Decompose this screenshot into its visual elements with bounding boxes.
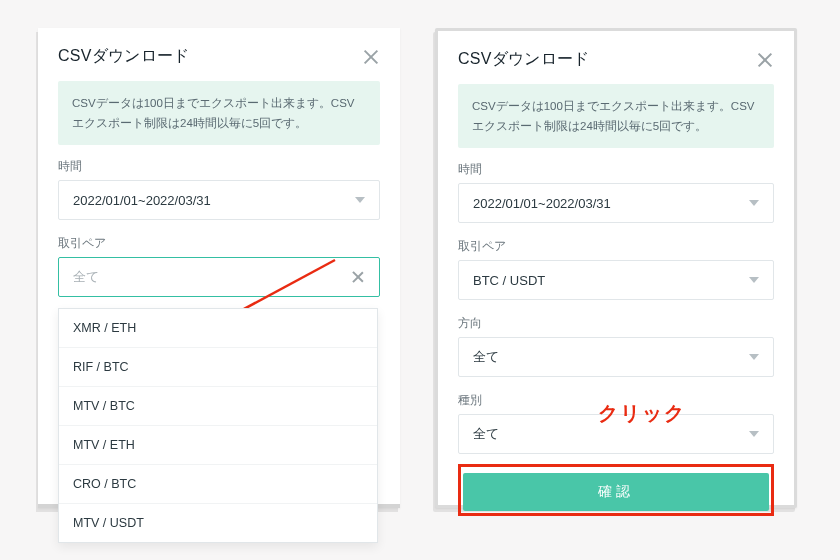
chevron-down-icon (355, 197, 365, 203)
type-label: 種別 (458, 393, 774, 408)
chevron-down-icon (749, 277, 759, 283)
time-value: 2022/01/01~2022/03/31 (73, 193, 211, 208)
pair-option[interactable]: MTV / USDT (59, 504, 377, 542)
modal-title: CSVダウンロード (58, 46, 190, 67)
pair-dropdown: XMR / ETH RIF / BTC MTV / BTC MTV / ETH … (58, 308, 378, 543)
pair-option[interactable]: MTV / ETH (59, 426, 377, 465)
pair-select[interactable]: BTC / USDT (458, 260, 774, 300)
pair-select[interactable]: 全て (58, 257, 380, 297)
pair-label: 取引ペア (58, 236, 380, 251)
close-icon[interactable] (756, 51, 774, 69)
time-value: 2022/01/01~2022/03/31 (473, 196, 611, 211)
info-banner: CSVデータは100日までエクスポート出来ます。CSVエクスポート制限は24時間… (458, 84, 774, 148)
pair-label: 取引ペア (458, 239, 774, 254)
modal-header: CSVダウンロード (58, 46, 380, 67)
direction-select[interactable]: 全て (458, 337, 774, 377)
chevron-down-icon (749, 200, 759, 206)
confirm-highlight-box: 確認 (458, 464, 774, 516)
confirm-button[interactable]: 確認 (463, 473, 769, 511)
direction-label: 方向 (458, 316, 774, 331)
time-select[interactable]: 2022/01/01~2022/03/31 (458, 183, 774, 223)
pair-option[interactable]: MTV / BTC (59, 387, 377, 426)
type-select[interactable]: 全て (458, 414, 774, 454)
csv-download-modal-right: CSVダウンロード CSVデータは100日までエクスポート出来ます。CSVエクス… (435, 28, 797, 508)
pair-option[interactable]: RIF / BTC (59, 348, 377, 387)
info-banner: CSVデータは100日までエクスポート出来ます。CSVエクスポート制限は24時間… (58, 81, 380, 145)
time-label: 時間 (58, 159, 380, 174)
direction-value: 全て (473, 348, 499, 366)
pair-value: BTC / USDT (473, 273, 545, 288)
chevron-down-icon (749, 431, 759, 437)
type-value: 全て (473, 425, 499, 443)
csv-download-modal-left: CSVダウンロード CSVデータは100日までエクスポート出来ます。CSVエクス… (38, 28, 400, 508)
close-icon[interactable] (362, 48, 380, 66)
pair-option[interactable]: XMR / ETH (59, 309, 377, 348)
modal-header: CSVダウンロード (458, 49, 774, 70)
time-label: 時間 (458, 162, 774, 177)
pair-option[interactable]: CRO / BTC (59, 465, 377, 504)
pair-placeholder: 全て (73, 268, 99, 286)
chevron-down-icon (749, 354, 759, 360)
modal-title: CSVダウンロード (458, 49, 590, 70)
clear-icon[interactable] (351, 270, 365, 284)
time-select[interactable]: 2022/01/01~2022/03/31 (58, 180, 380, 220)
